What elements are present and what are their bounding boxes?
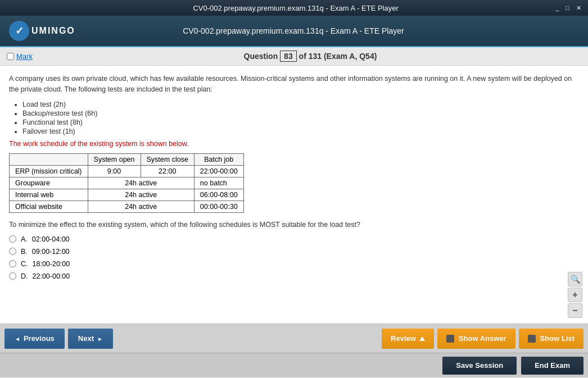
- table-cell: 24h active: [88, 201, 194, 212]
- show-list-button[interactable]: Show List: [519, 329, 584, 349]
- schedule-table: System open System close Batch job ERP (…: [9, 153, 244, 213]
- zoom-in-icon[interactable]: +: [568, 288, 582, 302]
- question-number: 83: [280, 51, 297, 62]
- next-button[interactable]: Next: [68, 329, 113, 349]
- show-answer-icon: [446, 335, 454, 343]
- question-prompt: To minimize the effect to the existing s…: [9, 221, 579, 229]
- previous-label: Previous: [24, 334, 55, 343]
- show-answer-label: Show Answer: [459, 334, 506, 343]
- option-a-text: 02:00-04:00: [32, 235, 70, 243]
- table-cell: 00:00-00:30: [194, 201, 243, 212]
- table-cell: Internal web: [10, 189, 88, 201]
- logo-icon: ✓: [9, 21, 29, 41]
- table-cell: Official website: [10, 201, 88, 212]
- table-row: Official website 24h active 00:00-00:30: [10, 201, 244, 212]
- option-c-label: C.: [21, 260, 28, 268]
- question-intro: A company uses its own private cloud, wh…: [9, 74, 579, 95]
- table-cell: Groupware: [10, 177, 88, 189]
- show-list-label: Show List: [540, 334, 575, 343]
- test-list: Load test (2h) Backup/restore test (6h) …: [22, 101, 579, 135]
- logo: ✓ UMINGO: [9, 21, 75, 41]
- chevron-right-icon: [97, 334, 103, 343]
- option-c-radio[interactable]: [9, 260, 16, 267]
- list-item: Backup/restore test (6h): [22, 110, 579, 117]
- option-b-text: 09:00-12:00: [32, 248, 70, 256]
- option-d[interactable]: D. 22:00-00:00: [9, 272, 579, 280]
- table-row: Groupware 24h active no batch: [10, 177, 244, 189]
- option-a-label: A.: [21, 235, 28, 243]
- question-total: of 131 (Exam A, Q54): [299, 52, 377, 61]
- mark-checkbox[interactable]: [7, 53, 14, 60]
- option-a-radio[interactable]: [9, 235, 16, 243]
- minimize-button[interactable]: _: [553, 4, 561, 12]
- question-info: Question 83 of 131 (Exam A, Q54): [39, 51, 581, 62]
- table-cell: 22:00-00:00: [194, 165, 243, 177]
- logo-text: UMINGO: [31, 26, 75, 36]
- option-b-label: B.: [21, 248, 28, 256]
- show-list-icon: [528, 335, 536, 343]
- question-label: Question: [244, 52, 278, 61]
- schedule-intro: The work schedule of the existing system…: [9, 140, 579, 148]
- table-cell: no batch: [194, 177, 243, 189]
- table-row: ERP (mission critical) 9:00 22:00 22:00-…: [10, 165, 244, 177]
- search-icon[interactable]: 🔍: [568, 272, 582, 286]
- review-label: Review: [391, 334, 416, 343]
- main-content: A company uses its own private cloud, wh…: [0, 66, 588, 324]
- show-answer-button[interactable]: Show Answer: [437, 329, 515, 349]
- mark-section[interactable]: Mark: [7, 52, 33, 61]
- table-header-system: [10, 153, 88, 165]
- table-header-close: System close: [141, 153, 194, 165]
- option-a[interactable]: A. 02:00-04:00: [9, 235, 579, 243]
- table-cell: 06:00-08:00: [194, 189, 243, 201]
- list-item: Load test (2h): [22, 101, 579, 108]
- table-cell: 24h active: [88, 177, 194, 189]
- save-session-button[interactable]: Save Session: [442, 357, 517, 375]
- app-header: ✓ UMINGO CV0-002.prepaway.premium.exam.1…: [0, 16, 588, 47]
- option-c[interactable]: C. 18:00-20:00: [9, 260, 579, 268]
- options-group: A. 02:00-04:00 B. 09:00-12:00 C. 18:00-2…: [9, 235, 579, 280]
- table-cell: 22:00: [141, 165, 194, 177]
- chevron-left-icon: [15, 334, 20, 343]
- option-d-label: D.: [21, 272, 28, 280]
- table-row: Internal web 24h active 06:00-08:00: [10, 189, 244, 201]
- option-c-text: 18:00-20:00: [33, 260, 70, 268]
- checkmark-icon: ✓: [15, 25, 24, 37]
- zoom-out-icon[interactable]: −: [568, 303, 582, 318]
- maximize-button[interactable]: □: [563, 4, 572, 12]
- zoom-controls: 🔍 + −: [568, 272, 582, 318]
- review-button[interactable]: Review: [382, 329, 434, 349]
- bottom-nav: Previous Next Review Show Answer Show Li…: [0, 324, 588, 353]
- option-b[interactable]: B. 09:00-12:00: [9, 248, 579, 256]
- table-cell: 9:00: [88, 165, 141, 177]
- end-exam-button[interactable]: End Exam: [521, 357, 584, 375]
- option-d-text: 22:00-00:00: [33, 272, 70, 280]
- next-label: Next: [78, 334, 94, 343]
- table-header-batch: Batch job: [194, 153, 243, 165]
- table-cell: 24h active: [88, 189, 194, 201]
- action-bar: Save Session End Exam: [0, 353, 588, 377]
- list-item: Functional test (8h): [22, 119, 579, 126]
- previous-button[interactable]: Previous: [4, 329, 65, 349]
- toolbar: Mark Question 83 of 131 (Exam A, Q54): [0, 47, 588, 66]
- mark-label[interactable]: Mark: [16, 52, 33, 61]
- table-header-open: System open: [88, 153, 141, 165]
- table-cell: ERP (mission critical): [10, 165, 88, 177]
- window-controls[interactable]: _ □ ✕: [553, 4, 584, 12]
- window-title: CV0-002.prepaway.premium.exam.131q - Exa…: [193, 4, 398, 12]
- end-exam-label: End Exam: [535, 361, 570, 370]
- option-d-radio[interactable]: [9, 272, 16, 280]
- title-bar: CV0-002.prepaway.premium.exam.131q - Exa…: [0, 0, 588, 16]
- dropdown-arrow-icon: [419, 336, 425, 341]
- header-title: CV0-002.prepaway.premium.exam.131q - Exa…: [75, 26, 512, 35]
- close-button[interactable]: ✕: [574, 4, 584, 12]
- list-item: Failover test (1h): [22, 127, 579, 135]
- save-session-label: Save Session: [456, 361, 503, 370]
- option-b-radio[interactable]: [9, 248, 16, 255]
